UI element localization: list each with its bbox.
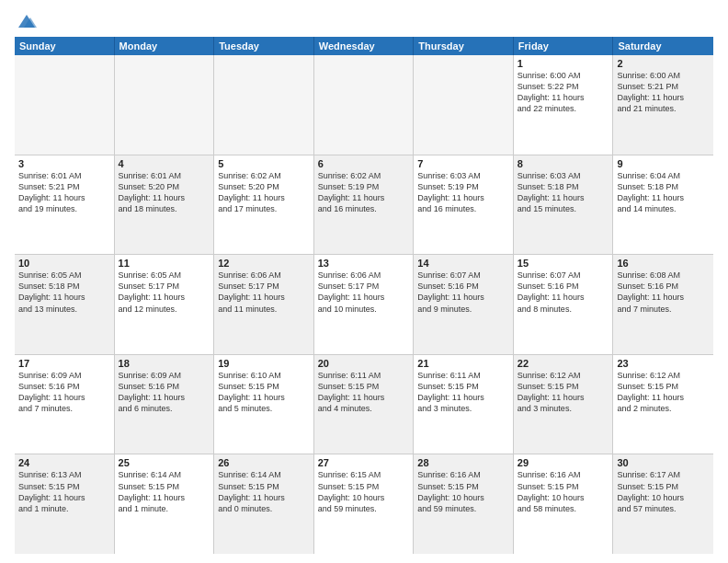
cell-info: Sunrise: 6:07 AM Sunset: 5:16 PM Dayligh… (518, 270, 585, 313)
calendar-cell-21: 21Sunrise: 6:11 AM Sunset: 5:15 PM Dayli… (414, 355, 514, 454)
cell-info: Sunrise: 6:15 AM Sunset: 5:15 PM Dayligh… (318, 470, 385, 512)
cell-info: Sunrise: 6:16 AM Sunset: 5:15 PM Dayligh… (518, 470, 585, 512)
calendar: SundayMondayTuesdayWednesdayThursdayFrid… (15, 37, 713, 554)
calendar-week-5: 24Sunrise: 6:13 AM Sunset: 5:15 PM Dayli… (15, 454, 713, 554)
cell-info: Sunrise: 6:17 AM Sunset: 5:15 PM Dayligh… (617, 470, 684, 512)
day-number: 5 (218, 158, 310, 169)
weekday-header-saturday: Saturday (613, 37, 713, 55)
cell-info: Sunrise: 6:08 AM Sunset: 5:16 PM Dayligh… (617, 270, 684, 313)
cell-info: Sunrise: 6:10 AM Sunset: 5:15 PM Dayligh… (218, 371, 285, 413)
day-number: 21 (417, 358, 509, 369)
day-number: 29 (518, 457, 609, 468)
calendar-cell-9: 9Sunrise: 6:04 AM Sunset: 5:18 PM Daylig… (613, 155, 713, 255)
day-number: 10 (18, 258, 110, 269)
day-number: 20 (318, 358, 410, 369)
day-number: 4 (119, 158, 210, 169)
cell-info: Sunrise: 6:01 AM Sunset: 5:21 PM Dayligh… (18, 171, 85, 213)
calendar-cell-12: 12Sunrise: 6:06 AM Sunset: 5:17 PM Dayli… (214, 255, 314, 354)
calendar-week-4: 17Sunrise: 6:09 AM Sunset: 5:16 PM Dayli… (15, 355, 713, 455)
cell-info: Sunrise: 6:09 AM Sunset: 5:16 PM Dayligh… (18, 371, 85, 413)
calendar-cell-empty-0-2 (214, 55, 314, 155)
calendar-cell-6: 6Sunrise: 6:02 AM Sunset: 5:19 PM Daylig… (314, 155, 415, 255)
cell-info: Sunrise: 6:03 AM Sunset: 5:18 PM Dayligh… (518, 171, 585, 213)
calendar-cell-4: 4Sunrise: 6:01 AM Sunset: 5:20 PM Daylig… (115, 155, 215, 255)
calendar-cell-8: 8Sunrise: 6:03 AM Sunset: 5:18 PM Daylig… (514, 155, 614, 255)
day-number: 6 (318, 158, 410, 169)
day-number: 17 (18, 358, 110, 369)
calendar-cell-18: 18Sunrise: 6:09 AM Sunset: 5:16 PM Dayli… (115, 355, 215, 454)
cell-info: Sunrise: 6:09 AM Sunset: 5:16 PM Dayligh… (119, 371, 186, 413)
day-number: 24 (18, 457, 110, 468)
cell-info: Sunrise: 6:02 AM Sunset: 5:20 PM Dayligh… (218, 171, 285, 213)
calendar-cell-5: 5Sunrise: 6:02 AM Sunset: 5:20 PM Daylig… (214, 155, 314, 255)
cell-info: Sunrise: 6:06 AM Sunset: 5:17 PM Dayligh… (318, 270, 385, 313)
calendar-cell-23: 23Sunrise: 6:12 AM Sunset: 5:15 PM Dayli… (613, 355, 713, 454)
header (15, 11, 713, 29)
day-number: 15 (518, 258, 609, 269)
calendar-cell-empty-0-3 (314, 55, 415, 155)
calendar-header: SundayMondayTuesdayWednesdayThursdayFrid… (15, 37, 713, 55)
cell-info: Sunrise: 6:04 AM Sunset: 5:18 PM Dayligh… (617, 171, 684, 213)
calendar-cell-empty-0-0 (15, 55, 115, 155)
weekday-header-sunday: Sunday (15, 37, 115, 55)
day-number: 25 (119, 457, 210, 468)
cell-info: Sunrise: 6:00 AM Sunset: 5:22 PM Dayligh… (518, 71, 585, 113)
day-number: 16 (617, 258, 710, 269)
day-number: 3 (18, 158, 110, 169)
weekday-header-monday: Monday (115, 37, 215, 55)
calendar-cell-22: 22Sunrise: 6:12 AM Sunset: 5:15 PM Dayli… (514, 355, 614, 454)
day-number: 13 (318, 258, 410, 269)
cell-info: Sunrise: 6:05 AM Sunset: 5:18 PM Dayligh… (18, 270, 85, 313)
cell-info: Sunrise: 6:01 AM Sunset: 5:20 PM Dayligh… (119, 171, 186, 213)
day-number: 1 (518, 58, 609, 69)
cell-info: Sunrise: 6:14 AM Sunset: 5:15 PM Dayligh… (218, 470, 285, 512)
calendar-cell-3: 3Sunrise: 6:01 AM Sunset: 5:21 PM Daylig… (15, 155, 115, 255)
calendar-cell-14: 14Sunrise: 6:07 AM Sunset: 5:16 PM Dayli… (414, 255, 514, 354)
cell-info: Sunrise: 6:12 AM Sunset: 5:15 PM Dayligh… (518, 371, 585, 413)
cell-info: Sunrise: 6:07 AM Sunset: 5:16 PM Dayligh… (417, 270, 484, 313)
day-number: 9 (617, 158, 710, 169)
calendar-week-1: 1Sunrise: 6:00 AM Sunset: 5:22 PM Daylig… (15, 55, 713, 155)
calendar-cell-26: 26Sunrise: 6:14 AM Sunset: 5:15 PM Dayli… (214, 454, 314, 554)
calendar-cell-13: 13Sunrise: 6:06 AM Sunset: 5:17 PM Dayli… (314, 255, 415, 354)
calendar-week-2: 3Sunrise: 6:01 AM Sunset: 5:21 PM Daylig… (15, 155, 713, 256)
day-number: 14 (417, 258, 509, 269)
cell-info: Sunrise: 6:03 AM Sunset: 5:19 PM Dayligh… (417, 171, 484, 213)
page: SundayMondayTuesdayWednesdayThursdayFrid… (0, 0, 728, 563)
calendar-cell-1: 1Sunrise: 6:00 AM Sunset: 5:22 PM Daylig… (514, 55, 614, 155)
cell-info: Sunrise: 6:13 AM Sunset: 5:15 PM Dayligh… (18, 470, 85, 512)
cell-info: Sunrise: 6:11 AM Sunset: 5:15 PM Dayligh… (318, 371, 385, 413)
day-number: 27 (318, 457, 410, 468)
calendar-cell-28: 28Sunrise: 6:16 AM Sunset: 5:15 PM Dayli… (414, 454, 514, 554)
day-number: 2 (617, 58, 710, 69)
calendar-cell-10: 10Sunrise: 6:05 AM Sunset: 5:18 PM Dayli… (15, 255, 115, 354)
calendar-cell-25: 25Sunrise: 6:14 AM Sunset: 5:15 PM Dayli… (115, 454, 215, 554)
cell-info: Sunrise: 6:05 AM Sunset: 5:17 PM Dayligh… (119, 270, 186, 313)
day-number: 26 (218, 457, 310, 468)
cell-info: Sunrise: 6:02 AM Sunset: 5:19 PM Dayligh… (318, 171, 385, 213)
day-number: 11 (119, 258, 210, 269)
calendar-cell-empty-0-4 (414, 55, 514, 155)
day-number: 23 (617, 358, 710, 369)
weekday-header-friday: Friday (514, 37, 614, 55)
calendar-cell-17: 17Sunrise: 6:09 AM Sunset: 5:16 PM Dayli… (15, 355, 115, 454)
cell-info: Sunrise: 6:00 AM Sunset: 5:21 PM Dayligh… (617, 71, 684, 113)
cell-info: Sunrise: 6:14 AM Sunset: 5:15 PM Dayligh… (119, 470, 186, 512)
calendar-cell-30: 30Sunrise: 6:17 AM Sunset: 5:15 PM Dayli… (613, 454, 713, 554)
day-number: 18 (119, 358, 210, 369)
day-number: 8 (518, 158, 609, 169)
logo-icon (17, 11, 37, 31)
cell-info: Sunrise: 6:11 AM Sunset: 5:15 PM Dayligh… (417, 371, 484, 413)
cell-info: Sunrise: 6:06 AM Sunset: 5:17 PM Dayligh… (218, 270, 285, 313)
calendar-cell-2: 2Sunrise: 6:00 AM Sunset: 5:21 PM Daylig… (613, 55, 713, 155)
calendar-body: 1Sunrise: 6:00 AM Sunset: 5:22 PM Daylig… (15, 55, 713, 554)
day-number: 7 (417, 158, 509, 169)
calendar-cell-empty-0-1 (115, 55, 215, 155)
calendar-week-3: 10Sunrise: 6:05 AM Sunset: 5:18 PM Dayli… (15, 255, 713, 355)
day-number: 22 (518, 358, 609, 369)
calendar-cell-11: 11Sunrise: 6:05 AM Sunset: 5:17 PM Dayli… (115, 255, 215, 354)
weekday-header-wednesday: Wednesday (314, 37, 415, 55)
cell-info: Sunrise: 6:16 AM Sunset: 5:15 PM Dayligh… (417, 470, 484, 512)
calendar-cell-19: 19Sunrise: 6:10 AM Sunset: 5:15 PM Dayli… (214, 355, 314, 454)
weekday-header-thursday: Thursday (414, 37, 514, 55)
